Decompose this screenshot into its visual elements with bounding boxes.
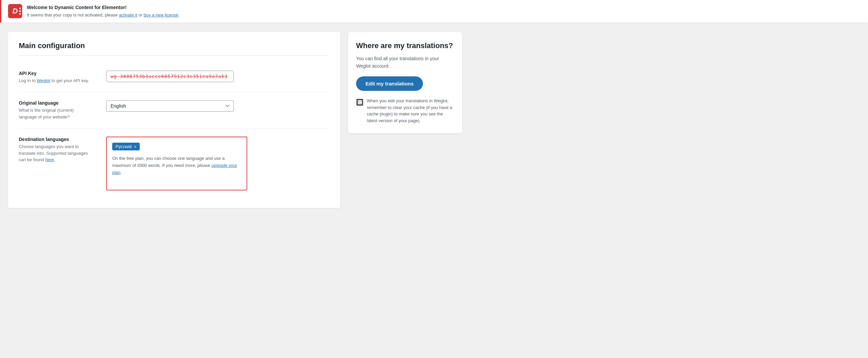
side-panel-title: Where are my translations? (356, 42, 454, 50)
original-language-label: Original language (19, 100, 93, 106)
logo-letter: D (12, 7, 18, 15)
page-title: Main configuration (19, 42, 329, 56)
original-language-select[interactable]: English French Spanish German Italian Po… (106, 100, 234, 112)
original-language-control: English French Spanish German Italian Po… (106, 100, 329, 120)
original-language-description: What is the original (current) language … (19, 107, 93, 120)
logo-dots (19, 8, 21, 15)
main-wrapper: Main configuration API Key Log in to Weg… (0, 23, 470, 218)
edit-translations-button[interactable]: Edit my translations (356, 76, 423, 91)
api-key-label: API Key (19, 71, 93, 76)
destination-note: On the free plan, you can choose one lan… (112, 155, 241, 176)
weglot-link[interactable]: Weglot (37, 78, 51, 83)
cache-note-text: When you edit your translations in Weglo… (367, 98, 454, 124)
api-key-input[interactable] (106, 71, 234, 82)
remove-russian-tag[interactable]: × (134, 144, 136, 149)
api-key-control (106, 71, 329, 84)
side-panel: Where are my translations? You can find … (348, 32, 462, 134)
buy-license-link[interactable]: buy a new license (144, 12, 178, 18)
info-icon: 🔲 (356, 98, 364, 107)
russian-lang-label: Русский (116, 144, 132, 149)
destination-languages-row: Destination languages Choose languages y… (19, 129, 329, 198)
side-panel-description: You can find all your translations in yo… (356, 55, 454, 70)
destination-language-label-section: Destination languages Choose languages y… (19, 137, 93, 190)
lang-tag-container: Русский × (112, 143, 241, 150)
destination-language-label: Destination languages (19, 137, 93, 142)
destination-language-description: Choose languages you want to translate i… (19, 143, 93, 163)
plugin-logo: D (8, 4, 22, 18)
cache-note: 🔲 When you edit your translations in Weg… (356, 98, 454, 124)
original-language-row: Original language What is the original (… (19, 92, 329, 129)
original-language-label-section: Original language What is the original (… (19, 100, 93, 120)
destination-languages-box: Русский × On the free plan, you can choo… (106, 137, 247, 190)
api-key-description: Log in to Weglot to get your API key. (19, 77, 93, 84)
supported-languages-link[interactable]: here (45, 157, 54, 162)
notification-bar: D Welcome to Dynamic Content for Element… (0, 0, 868, 23)
activate-link[interactable]: activate it (119, 12, 137, 18)
notification-text: Welcome to Dynamic Content for Elementor… (27, 4, 180, 19)
content-area: Main configuration API Key Log in to Weg… (8, 32, 340, 208)
destination-language-control: Русский × On the free plan, you can choo… (106, 137, 329, 190)
russian-lang-tag: Русский × (112, 143, 140, 150)
notification-message: It seems that your copy is not activated… (27, 12, 180, 19)
api-key-row: API Key Log in to Weglot to get your API… (19, 62, 329, 92)
api-key-label-section: API Key Log in to Weglot to get your API… (19, 71, 93, 84)
notification-title: Welcome to Dynamic Content for Elementor… (27, 5, 127, 10)
